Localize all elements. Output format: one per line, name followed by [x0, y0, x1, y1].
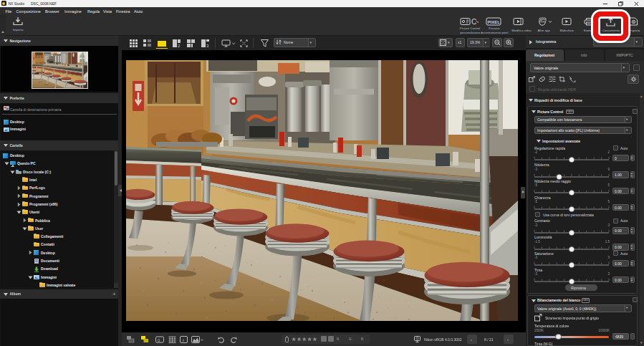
svg-text:APP: APP: [540, 18, 546, 21]
svg-text:i: i: [183, 337, 184, 343]
svg-text:C: C: [471, 18, 476, 26]
svg-text:3: 3: [206, 44, 209, 48]
svg-text:2: 2: [178, 44, 181, 48]
svg-text:PIXEL: PIXEL: [488, 20, 501, 24]
svg-text:0: 0: [158, 338, 160, 342]
